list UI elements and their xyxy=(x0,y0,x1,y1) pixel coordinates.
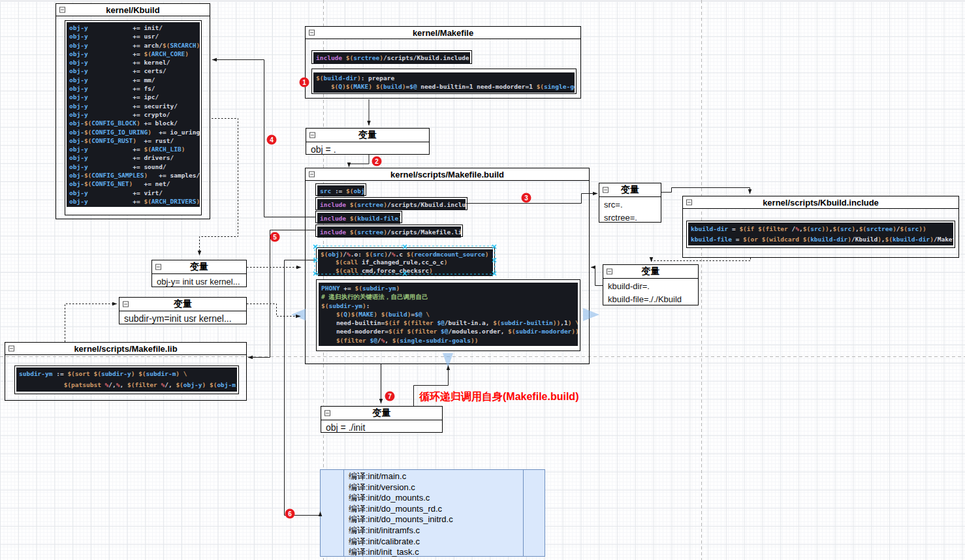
step-badge: 7 xyxy=(385,392,395,401)
makefile-box[interactable]: kernel/Makefile include $(srctree)/scrip… xyxy=(305,26,581,99)
makefile-include-code[interactable]: include $(srctree)/scripts/Kbuild.includ… xyxy=(313,52,470,64)
code-line: obj-y += virt/ xyxy=(69,189,197,197)
compile-rule-container[interactable]: $(obj)/%.o: $(src)/%.c $(recordmcount_so… xyxy=(316,247,495,274)
code-line: obj-y += ipc/ xyxy=(69,93,197,101)
makefile-box-titlebar: kernel/Makefile xyxy=(306,27,580,39)
code-line: obj-y += security/ xyxy=(69,102,197,110)
collapse-icon[interactable] xyxy=(603,187,609,193)
process-bar-left xyxy=(343,470,344,556)
kbuild-box-titlebar: kernel/Kbuild xyxy=(56,4,210,16)
step-badge: 4 xyxy=(267,135,277,145)
code-line: $(Q)$(MAKE) $(build)=$@ need-builtin=1 n… xyxy=(316,82,572,91)
compile-line: 编译:init/do_mounts.c xyxy=(321,493,545,504)
code-line: $(build-dir): prepare xyxy=(316,74,572,82)
edge-kbuildinclude-to-varkbuild xyxy=(652,258,751,262)
box-title: 变量 xyxy=(174,298,192,310)
box-title: kernel/scripts/Makefile.build xyxy=(390,170,504,179)
code-line: $(filter $@/%, $(single-subdir-goals)) xyxy=(321,336,575,345)
kbuild-include-box[interactable]: kernel/scripts/Kbuild.include kbuild-dir… xyxy=(682,196,959,258)
variable-objinit-titlebar: 变量 xyxy=(321,407,442,420)
collapse-icon[interactable] xyxy=(686,200,692,206)
collapse-icon[interactable] xyxy=(309,172,315,178)
collapse-icon[interactable] xyxy=(607,269,612,275)
collapse-icon[interactable] xyxy=(8,346,14,352)
collapse-icon[interactable] xyxy=(123,302,129,307)
code-line: include $(srctree)/scripts/Kbuild.includ… xyxy=(320,200,463,209)
variable-objy-box[interactable]: 变量 obj-y= init usr kernel... xyxy=(151,260,247,287)
box-title: 变量 xyxy=(373,407,391,419)
compile-line: 编译:init/version.c xyxy=(321,482,545,493)
code-line: obj-y += $(ARCH_DRIVERS) xyxy=(69,197,197,206)
collapse-icon[interactable] xyxy=(59,7,65,13)
variable-subdir-box[interactable]: 变量 subdir-ym=init usr kernel... xyxy=(119,297,247,324)
variable-obj-box[interactable]: 变量 obj = . xyxy=(306,128,430,155)
compile-line: 编译:init/initramfs.c xyxy=(321,525,545,537)
kbuild-include-code[interactable]: kbuild-dir = $(if $(filter /%,$(src)),$(… xyxy=(688,223,953,245)
compile-output-box[interactable]: 编译:init/main.c编译:init/version.c编译:init/d… xyxy=(320,469,545,557)
variable-src-box[interactable]: 变量 src=. srctree=. xyxy=(599,183,661,223)
phony-recursion-code[interactable]: PHONY += $(subdir-ym)# 递归执行的关键语法，自己调用自己$… xyxy=(319,283,578,346)
compile-line: 编译:init/init_task.c xyxy=(321,547,545,558)
makefile-lib-titlebar: kernel/scripts/Makefile.lib xyxy=(5,343,246,355)
code-line: PHONY += $(subdir-ym) xyxy=(321,284,575,292)
edge-makefilelib-to-varsubdir xyxy=(65,304,118,343)
variable-row: obj = . xyxy=(306,142,429,155)
variable-row: obj-y= init usr kernel... xyxy=(152,274,246,287)
include-kbuildinclude-code[interactable]: include $(srctree)/scripts/Kbuild.includ… xyxy=(317,199,466,210)
variable-row: src=. xyxy=(599,197,661,210)
kbuild-code-block[interactable]: obj-y += init/obj-y += usr/obj-y += arch… xyxy=(67,22,200,207)
kbuild-include-code-container: kbuild-dir = $(if $(filter /%,$(src)),$(… xyxy=(686,221,955,248)
code-line: obj-y += drivers/ xyxy=(69,153,197,162)
include-makefilelib-code[interactable]: include $(srctree)/scripts/Makefile.lib xyxy=(317,226,461,238)
compile-line: 编译:init/calibrate.c xyxy=(321,537,545,548)
step-badge: 5 xyxy=(270,232,280,242)
code-line: $(call if_changed_rule,cc_o_c) xyxy=(321,258,490,266)
box-title: kernel/Makefile xyxy=(413,28,473,38)
makefile-lib-box[interactable]: kernel/scripts/Makefile.lib subdir-ym :=… xyxy=(5,342,247,401)
box-title: 变量 xyxy=(190,261,208,273)
box-title: kernel/Kbuild xyxy=(106,5,159,15)
variable-objy-titlebar: 变量 xyxy=(152,260,246,274)
makefile-build-box[interactable]: kernel/scripts/Makefile.build src := $(o… xyxy=(305,168,590,364)
src-assign-code[interactable]: src := $(obj) xyxy=(317,185,364,196)
collapse-icon[interactable] xyxy=(324,411,330,416)
variable-kbuild-box[interactable]: 变量 kbuild-dir=. kbuild-file=././Kbuild xyxy=(603,264,699,305)
variable-objinit-box[interactable]: 变量 obj = ./init xyxy=(321,406,443,433)
makefile-lib-code-container: subdir-ym := $(sort $(subdir-y) $(subdir… xyxy=(14,366,239,394)
svg-text:4: 4 xyxy=(270,136,274,144)
code-line: include $(kbuild-file) xyxy=(320,214,398,223)
collapse-icon[interactable] xyxy=(309,132,315,138)
svg-text:7: 7 xyxy=(388,393,392,400)
code-line: obj-$(CONFIG_NET) += net/ xyxy=(69,179,197,188)
phony-recursion-container[interactable]: PHONY += $(subdir-ym)# 递归执行的关键语法，自己调用自己$… xyxy=(316,279,580,351)
svg-text:2: 2 xyxy=(375,158,379,165)
makefile-lib-code[interactable]: subdir-ym := $(sort $(subdir-y) $(subdir… xyxy=(16,367,237,392)
include-kbuildfile-code[interactable]: include $(kbuild-file) xyxy=(317,213,400,224)
variable-obj-titlebar: 变量 xyxy=(306,129,429,142)
hover-arrow-left-icon xyxy=(291,309,306,320)
collapse-icon[interactable] xyxy=(155,264,161,270)
code-line: obj-$(CONFIG_BLOCK) += block/ xyxy=(69,119,197,127)
variable-row: kbuild-dir=. xyxy=(603,279,698,292)
makefile-builddir-code[interactable]: $(build-dir): prepare $(Q)$(MAKE) $(buil… xyxy=(313,72,575,93)
code-line: obj-$(CONFIG_RUST) += rust/ xyxy=(69,136,197,145)
variable-src-titlebar: 变量 xyxy=(599,183,661,197)
box-title: 变量 xyxy=(621,184,639,196)
code-line: obj-y += usr/ xyxy=(69,32,197,40)
kbuild-code-container: obj-y += init/obj-y += usr/obj-y += arch… xyxy=(65,20,202,215)
code-line: subdir-ym := $(sort $(subdir-y) $(subdir… xyxy=(19,369,234,380)
compile-rule-code[interactable]: $(obj)/%.o: $(src)/%.c $(recordmcount_so… xyxy=(318,249,493,276)
include-kbuildinclude-container: include $(srctree)/scripts/Kbuild.includ… xyxy=(315,197,467,210)
kbuild-box[interactable]: kernel/Kbuild obj-y += init/obj-y += usr… xyxy=(55,3,210,219)
compile-line: 编译:init/do_mounts_rd.c xyxy=(321,504,545,515)
edge-varobj-to-makefilebuild xyxy=(349,155,370,167)
code-line: obj-y += init/ xyxy=(69,23,197,32)
code-line: $(call cmd,force_checksrc) xyxy=(321,267,490,275)
canvas-top-edge xyxy=(0,0,965,2)
code-line: obj-y += mm/ xyxy=(69,76,197,84)
collapse-icon[interactable] xyxy=(309,30,315,36)
code-line: need-modorder=$(if $(filter $@/modules.o… xyxy=(321,327,575,335)
makefile-include-container: include $(srctree)/scripts/Kbuild.includ… xyxy=(311,50,472,64)
compile-line: 编译:init/do_mounts_initrd.c xyxy=(321,514,545,525)
code-line: obj-y += $(ARCH_LIB) xyxy=(69,145,197,153)
